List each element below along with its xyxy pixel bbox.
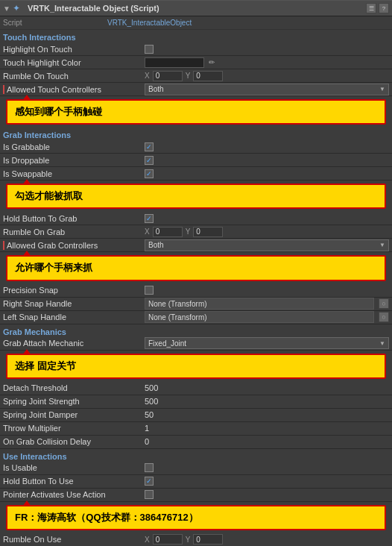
checkbox-precision-snap[interactable] bbox=[145, 286, 154, 295]
script-icon: ✦ bbox=[13, 3, 23, 13]
section-grab: Grab Interactions bbox=[0, 128, 392, 140]
y-label-touch: Y bbox=[186, 72, 191, 80]
row-rumble-on-grab: Rumble On Grab X Y bbox=[0, 225, 392, 239]
tooltip-grab-mechanic: 选择 固定关节 bbox=[6, 354, 386, 379]
label-allowed-touch-controllers: Allowed Touch Controllers bbox=[3, 85, 145, 94]
x-label-use: X bbox=[145, 536, 150, 544]
value-detach-threshold: 500 bbox=[145, 383, 389, 392]
value-precision-snap bbox=[145, 286, 389, 295]
tooltip-use-fr: FR：海涛高软（QQ技术群：386476712） bbox=[6, 505, 386, 530]
left-snap-transform[interactable]: None (Transform) bbox=[145, 311, 374, 323]
value-is-swappable bbox=[145, 169, 389, 178]
value-highlight-on-touch bbox=[145, 45, 389, 54]
tooltip-grabbable: 勾选才能被抓取 bbox=[6, 183, 386, 209]
value-is-droppable bbox=[145, 156, 389, 165]
label-pointer-activates: Pointer Activates Use Action bbox=[3, 490, 145, 499]
label-detach-threshold: Detach Threshold bbox=[3, 383, 145, 392]
section-grab-mechanics: Grab Mechanics bbox=[0, 324, 392, 337]
y-input-touch[interactable] bbox=[193, 71, 223, 81]
x-input-grab[interactable] bbox=[153, 227, 183, 237]
header-help-icon[interactable]: ? bbox=[379, 3, 389, 13]
value-rumble-on-touch: X Y bbox=[145, 71, 389, 81]
text-on-grab-collision-delay: 0 bbox=[145, 437, 149, 446]
label-spring-joint-strength: Spring Joint Strength bbox=[3, 397, 145, 406]
label-hold-button-use: Hold Button To Use bbox=[3, 477, 145, 486]
right-snap-transform[interactable]: None (Transform) bbox=[145, 298, 374, 310]
tooltip-area-use-fr: FR：海涛高软（QQ技术群：386476712） bbox=[0, 505, 392, 530]
text-throw-multiplier: 1 bbox=[145, 424, 149, 433]
value-on-grab-collision-delay: 0 bbox=[145, 437, 389, 446]
row-detach-threshold: Detach Threshold 500 bbox=[0, 382, 392, 395]
checkbox-pointer-activates[interactable] bbox=[145, 490, 154, 499]
label-hold-button-grab: Hold Button To Grab bbox=[3, 214, 145, 223]
checkbox-hold-button-grab[interactable] bbox=[145, 214, 154, 223]
x-label-touch: X bbox=[145, 72, 150, 80]
row-grab-attach-mechanic: Grab Attach Mechanic Fixed_Joint ▼ bbox=[0, 337, 392, 351]
row-on-grab-collision-delay: On Grab Collision Delay 0 bbox=[0, 436, 392, 449]
label-is-usable: Is Usable bbox=[3, 463, 145, 472]
checkbox-is-droppable[interactable] bbox=[145, 156, 154, 165]
inspector-panel: ▼ ✦ VRTK_Interactable Object (Script) ☰ … bbox=[0, 0, 392, 546]
row-left-snap-handle: Left Snap Handle None (Transform) ○ bbox=[0, 311, 392, 324]
label-rumble-on-touch: Rumble On Touch bbox=[3, 72, 145, 81]
value-is-usable bbox=[145, 463, 389, 472]
value-left-snap-handle: None (Transform) ○ bbox=[145, 311, 389, 323]
row-hold-button-use: Hold Button To Use bbox=[0, 475, 392, 489]
label-highlight-on-touch: Highlight On Touch bbox=[3, 45, 145, 54]
row-pointer-activates: Pointer Activates Use Action bbox=[0, 489, 392, 502]
value-throw-multiplier: 1 bbox=[145, 424, 389, 433]
row-allowed-touch-controllers: Allowed Touch Controllers Both ▼ bbox=[0, 83, 392, 96]
checkbox-hold-button-use[interactable] bbox=[145, 477, 154, 486]
row-is-grabbable: Is Grabbable bbox=[0, 140, 392, 154]
y-label-use: Y bbox=[186, 536, 191, 544]
label-throw-multiplier: Throw Multiplier bbox=[3, 424, 145, 433]
section-use: Use Interactions bbox=[0, 449, 392, 462]
dropdown-allowed-touch-value: Both bbox=[148, 85, 164, 93]
dropdown-allowed-touch[interactable]: Both ▼ bbox=[145, 84, 389, 95]
checkbox-is-usable[interactable] bbox=[145, 463, 154, 472]
color-picker-touch[interactable] bbox=[145, 57, 204, 68]
dropdown-grab-attach[interactable]: Fixed_Joint ▼ bbox=[145, 337, 389, 349]
label-is-droppable: Is Droppable bbox=[3, 156, 145, 165]
component-header: ▼ ✦ VRTK_Interactable Object (Script) ☰ … bbox=[0, 0, 392, 16]
text-spring-joint-damper: 50 bbox=[145, 410, 154, 419]
color-eyedropper[interactable]: ✏ bbox=[209, 58, 215, 66]
label-is-grabbable: Is Grabbable bbox=[3, 142, 145, 151]
row-is-swappable: Is Swappable bbox=[0, 167, 392, 181]
row-rumble-on-use: Rumble On Use X Y bbox=[0, 533, 392, 546]
y-label-grab: Y bbox=[186, 228, 191, 236]
tooltip-area-grab-allowed: 允许哪个手柄来抓 bbox=[0, 255, 392, 280]
tooltip-area-grab-mechanic: 选择 固定关节 bbox=[0, 354, 392, 379]
row-highlight-on-touch: Highlight On Touch bbox=[0, 43, 392, 56]
tooltip-area-touch: 感知到哪个手柄触碰 bbox=[0, 99, 392, 125]
left-snap-circle-icon[interactable]: ○ bbox=[379, 312, 389, 322]
header-menu-icon[interactable]: ☰ bbox=[366, 3, 376, 13]
script-label: Script bbox=[3, 19, 107, 27]
label-right-snap-handle: Right Snap Handle bbox=[3, 299, 145, 308]
x-input-touch[interactable] bbox=[153, 71, 183, 81]
right-snap-circle-icon[interactable]: ○ bbox=[379, 298, 389, 309]
label-grab-attach-mechanic: Grab Attach Mechanic bbox=[3, 339, 145, 348]
y-input-use[interactable] bbox=[193, 534, 223, 545]
collapse-arrow[interactable]: ▼ bbox=[3, 4, 10, 13]
checkbox-is-grabbable[interactable] bbox=[145, 142, 154, 151]
checkbox-is-swappable[interactable] bbox=[145, 169, 154, 178]
value-spring-joint-strength: 500 bbox=[145, 397, 389, 406]
dropdown-allowed-grab[interactable]: Both ▼ bbox=[145, 239, 389, 251]
value-pointer-activates bbox=[145, 490, 389, 499]
y-input-grab[interactable] bbox=[193, 227, 223, 237]
component-title: VRTK_Interactable Object (Script) bbox=[25, 0, 366, 16]
value-allowed-grab-controllers: Both ▼ bbox=[145, 239, 389, 251]
dropdown-grab-attach-arrow: ▼ bbox=[379, 340, 385, 347]
label-spring-joint-damper: Spring Joint Damper bbox=[3, 410, 145, 419]
x-input-use[interactable] bbox=[153, 534, 183, 545]
dropdown-touch-arrow: ▼ bbox=[379, 86, 385, 92]
row-is-droppable: Is Droppable bbox=[0, 154, 392, 167]
value-right-snap-handle: None (Transform) ○ bbox=[145, 298, 389, 310]
checkbox-highlight-on-touch[interactable] bbox=[145, 45, 154, 54]
dropdown-grab-arrow: ▼ bbox=[379, 242, 385, 248]
value-spring-joint-damper: 50 bbox=[145, 410, 389, 419]
row-touch-highlight-color: Touch Highlight Color ✏ bbox=[0, 56, 392, 69]
value-hold-button-use bbox=[145, 477, 389, 486]
label-precision-snap: Precision Snap bbox=[3, 286, 145, 295]
